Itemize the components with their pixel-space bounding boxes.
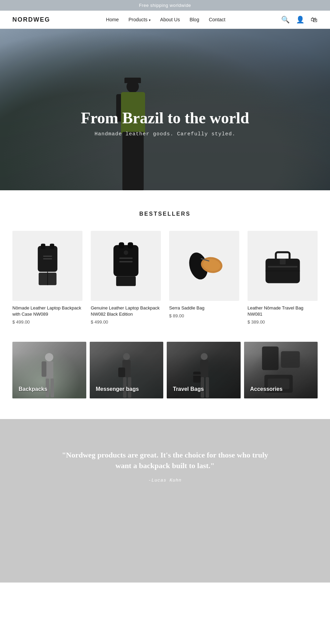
svg-rect-27: [51, 379, 54, 397]
product-price-1: $ 499.00: [12, 319, 82, 325]
svg-rect-7: [113, 245, 139, 276]
product-price-3: $ 89.00: [169, 313, 239, 318]
categories-grid: Backpacks Messenger bags: [12, 342, 318, 398]
nav-products[interactable]: Products ▾: [129, 17, 151, 22]
product-name-4: Leather Nômade Travel Bag NW081: [248, 305, 318, 317]
product-name-3: Serra Saddle Bag: [169, 305, 239, 311]
svg-rect-39: [262, 347, 278, 370]
svg-point-13: [124, 250, 128, 255]
svg-rect-38: [206, 377, 209, 398]
svg-rect-4: [43, 256, 52, 257]
svg-rect-1: [41, 244, 45, 249]
svg-point-23: [45, 353, 53, 361]
product-card[interactable]: Genuine Leather Laptop Backpack NW082 Bl…: [91, 231, 161, 325]
category-card-messenger[interactable]: Messenger bags: [90, 342, 164, 398]
product-card[interactable]: Serra Saddle Bag $ 89.00: [169, 231, 239, 325]
svg-rect-35: [193, 372, 201, 383]
product-image-4: [248, 231, 318, 301]
svg-point-33: [201, 353, 208, 360]
product-price-2: $ 499.00: [91, 319, 161, 325]
announcement-bar: Free shipping worldwide: [0, 0, 330, 11]
announcement-text: Free shipping worldwide: [139, 3, 191, 8]
testimonial-quote: "Nordweg products are great. It's the ch…: [55, 450, 275, 471]
testimonial-section: "Nordweg products are great. It's the ch…: [0, 419, 330, 514]
cart-icon[interactable]: 🛍: [311, 16, 318, 24]
site-header: NORDWEG Home Products ▾ About Us Blog Co…: [0, 11, 330, 29]
nav-about[interactable]: About Us: [160, 17, 180, 22]
category-label-messenger: Messenger bags: [96, 386, 139, 392]
svg-rect-21: [279, 259, 285, 264]
svg-rect-10: [116, 276, 135, 286]
nav-home[interactable]: Home: [106, 17, 119, 22]
product-price-4: $ 389.00: [248, 319, 318, 325]
hero-title: From Brazil to the world: [81, 110, 249, 127]
categories-section: Backpacks Messenger bags: [0, 342, 330, 419]
svg-rect-11: [119, 257, 133, 259]
category-label-travel: Travel Bags: [173, 386, 204, 392]
svg-rect-30: [118, 368, 125, 377]
testimonial-blockquote: "Nordweg products are great. It's the ch…: [21, 450, 309, 483]
category-label-backpacks: Backpacks: [19, 386, 47, 392]
hero-subtitle: Handmade leather goods. Carefully styled…: [81, 131, 249, 137]
svg-rect-25: [42, 361, 46, 377]
account-icon[interactable]: 👤: [296, 15, 305, 24]
category-label-accessories: Accessories: [250, 386, 283, 392]
svg-rect-2: [50, 244, 54, 249]
product-name-1: Nômade Leather Laptop Backpack with Case…: [12, 305, 82, 317]
products-grid: Nômade Leather Laptop Backpack with Case…: [12, 231, 318, 325]
product-image-2: [91, 231, 161, 301]
testimonial-author: -Lucas Kuhn: [148, 478, 182, 483]
nav-blog[interactable]: Blog: [189, 17, 199, 22]
product-card[interactable]: Leather Nômade Travel Bag NW081 $ 389.00: [248, 231, 318, 325]
product-image-1: [12, 231, 82, 301]
svg-rect-40: [281, 351, 300, 368]
svg-rect-12: [119, 261, 133, 262]
svg-rect-5: [43, 258, 52, 259]
product-name-2: Genuine Leather Laptop Backpack NW082 Bl…: [91, 305, 161, 317]
search-icon[interactable]: 🔍: [281, 15, 290, 24]
svg-point-28: [123, 353, 130, 360]
nav-contact[interactable]: Contact: [209, 17, 225, 22]
person-head: [126, 80, 139, 93]
svg-rect-8: [119, 242, 124, 248]
hero-section: From Brazil to the world Handmade leathe…: [0, 29, 330, 190]
product-image-3: [169, 231, 239, 301]
person-legs: [122, 132, 144, 190]
main-nav: Home Products ▾ About Us Blog Contact: [106, 17, 225, 22]
svg-rect-34: [200, 360, 208, 377]
bestsellers-title: BESTSELLERS: [12, 211, 318, 217]
bestsellers-section: BESTSELLERS Nômade Leather Laptop Backpa…: [0, 190, 330, 342]
products-chevron-icon: ▾: [149, 18, 151, 22]
category-card-backpacks[interactable]: Backpacks: [12, 342, 86, 398]
site-logo[interactable]: NORDWEG: [12, 16, 50, 23]
product-card[interactable]: Nômade Leather Laptop Backpack with Case…: [12, 231, 82, 325]
hero-text: From Brazil to the world Handmade leathe…: [81, 110, 249, 137]
svg-rect-20: [268, 266, 297, 267]
header-icons: 🔍 👤 🛍: [281, 15, 318, 24]
category-card-accessories[interactable]: Accessories: [244, 342, 318, 398]
category-card-travel[interactable]: Travel Bags: [167, 342, 241, 398]
footer-spacer: [0, 514, 330, 583]
svg-rect-9: [128, 242, 133, 248]
